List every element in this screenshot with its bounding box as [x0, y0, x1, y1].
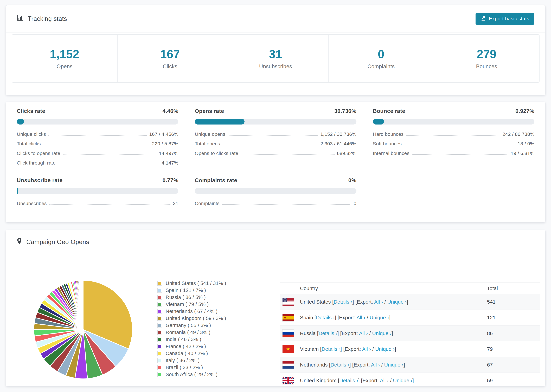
export-all-link[interactable]: All › [380, 378, 389, 383]
legend-swatch-icon [157, 281, 162, 286]
legend-item[interactable]: Vietnam ( 79 / 5% ) [157, 301, 267, 308]
country-total: 59 [487, 378, 493, 384]
export-unique-link[interactable]: Unique › [375, 346, 395, 352]
rate-progress-bar [17, 188, 178, 194]
country-cell: Netherlands [Details ›] [Export: All › /… [300, 362, 405, 368]
rate-detail-label: Total opens [195, 141, 220, 147]
legend-item[interactable]: Canada ( 40 / 2% ) [157, 350, 267, 357]
legend-item[interactable]: Russia ( 86 / 5% ) [157, 294, 267, 301]
export-all-link[interactable]: All › [356, 315, 365, 320]
legend-swatch-icon [157, 337, 162, 342]
export-unique-link[interactable]: Unique › [370, 315, 389, 320]
rate-detail-rows: Unsubscribes31 [17, 201, 178, 206]
country-total: 67 [487, 362, 493, 368]
details-link[interactable]: Details › [318, 330, 337, 336]
country-total: 121 [487, 315, 495, 321]
export-unique-link[interactable]: Unique › [393, 378, 412, 383]
stat-label: Clicks [163, 63, 177, 70]
geo-header: Campaign Geo Opens [6, 230, 545, 254]
rate-section: Bounce rate 6.927% Hard bounces242 / 86.… [373, 108, 534, 170]
export-all-link[interactable]: All › [374, 299, 383, 305]
export-unique-link[interactable]: Unique › [387, 299, 407, 305]
export-all-link[interactable]: All › [371, 362, 380, 368]
dotted-leader [241, 154, 335, 155]
legend-swatch-icon [157, 372, 162, 377]
dotted-leader [58, 164, 159, 164]
rate-section: Unsubscribe rate 0.77% Unsubscribes31 [17, 177, 178, 210]
dotted-leader [49, 204, 170, 205]
rate-detail-label: Complaints [195, 201, 219, 206]
rate-detail-label: Click through rate [17, 160, 56, 166]
rate-detail-value: 14.497% [159, 151, 178, 156]
export-unique-link[interactable]: Unique › [372, 330, 391, 336]
export-all-link[interactable]: All › [359, 330, 368, 336]
rate-detail-row: Hard bounces242 / 86.738% [373, 131, 534, 137]
details-link[interactable]: Details › [334, 299, 353, 305]
export-all-link[interactable]: All › [362, 346, 371, 352]
rate-value: 4.46% [162, 108, 178, 114]
rate-detail-label: Unique opens [195, 131, 225, 137]
stat-value: 167 [160, 47, 180, 61]
rate-value: 6.927% [516, 108, 534, 114]
column-header-country: Country [300, 286, 318, 291]
export-button-label: Export basic stats [489, 16, 529, 21]
export-label: Export: [362, 378, 379, 383]
country-name: Vietnam [300, 346, 319, 352]
rate-section-header: Complaints rate 0% [195, 177, 356, 183]
table-row: United States [Details ›] [Export: All ›… [280, 294, 540, 310]
geo-table: Country Total United States [Details ›] … [280, 282, 540, 386]
legend-label: Vietnam ( 79 / 5% ) [166, 301, 209, 307]
export-icon [481, 15, 486, 22]
legend-item[interactable]: Spain ( 121 / 7% ) [157, 287, 267, 294]
details-link[interactable]: Details › [322, 346, 340, 352]
rate-detail-value: 4.147% [162, 160, 178, 166]
dotted-leader [49, 135, 147, 136]
legend-item[interactable]: United States ( 541 / 31% ) [157, 280, 267, 287]
legend-item[interactable]: Netherlands ( 67 / 4% ) [157, 308, 267, 315]
rate-detail-label: Unique clicks [17, 131, 46, 137]
legend-item[interactable]: Brazil ( 33 / 2% ) [157, 364, 267, 371]
campaign-geo-opens-card: Campaign Geo Opens United States ( 541 /… [6, 230, 545, 386]
legend-item[interactable]: France ( 42 / 2% ) [157, 343, 267, 350]
stat-value: 279 [477, 47, 496, 61]
details-link[interactable]: Details › [330, 362, 349, 368]
legend-label: Italy ( 36 / 2% ) [166, 358, 199, 363]
details-link[interactable]: Details › [316, 315, 335, 320]
rate-detail-row: Opens to clicks rate689.82% [195, 151, 356, 156]
rate-detail-value: 31 [173, 201, 178, 206]
legend-item[interactable]: South Africa ( 29 / 2% ) [157, 371, 267, 378]
legend-swatch-icon [157, 295, 162, 300]
legend-item[interactable]: United Kingdom ( 59 / 3% ) [157, 315, 267, 322]
legend-item[interactable]: Romania ( 49 / 3% ) [157, 329, 267, 336]
dotted-leader [406, 135, 500, 136]
details-link[interactable]: Details › [339, 378, 358, 383]
country-name: United Kingdom [300, 378, 336, 383]
stat-label: Bounces [476, 63, 497, 70]
rate-progress-fill [17, 119, 24, 125]
stat-label: Complaints [367, 63, 395, 70]
rate-title: Bounce rate [373, 108, 405, 114]
country-total: 79 [487, 346, 493, 352]
dotted-leader [63, 154, 156, 155]
map-pin-icon [17, 238, 22, 246]
rate-progress-fill [373, 119, 384, 125]
legend-item[interactable]: Germany ( 55 / 3% ) [157, 322, 267, 329]
export-label: Export: [339, 315, 355, 320]
legend-label: Romania ( 49 / 3% ) [166, 329, 211, 335]
legend-label: Netherlands ( 67 / 4% ) [166, 308, 218, 314]
export-unique-link[interactable]: Unique › [384, 362, 403, 368]
legend-item[interactable]: Italy ( 36 / 2% ) [157, 357, 267, 364]
geo-title-text: Campaign Geo Opens [26, 238, 89, 245]
legend-item[interactable]: India ( 46 / 3% ) [157, 336, 267, 343]
dotted-leader [412, 154, 509, 155]
country-name: Russia [300, 330, 316, 336]
rate-section: Opens rate 30.736% Unique opens1,152 / 3… [195, 108, 356, 170]
legend-label: Germany ( 55 / 3% ) [166, 322, 211, 328]
export-basic-stats-button[interactable]: Export basic stats [475, 13, 534, 25]
legend-label: Canada ( 40 / 2% ) [166, 351, 208, 356]
stat-label: Unsubscribes [259, 63, 292, 70]
table-row: Netherlands [Details ›] [Export: All › /… [280, 357, 540, 373]
legend-label: Brazil ( 33 / 2% ) [166, 365, 203, 370]
legend-label: Spain ( 121 / 7% ) [166, 287, 206, 293]
campaign-stats-page: { "colors": {"accent":"#1787a3","number_… [0, 0, 551, 392]
